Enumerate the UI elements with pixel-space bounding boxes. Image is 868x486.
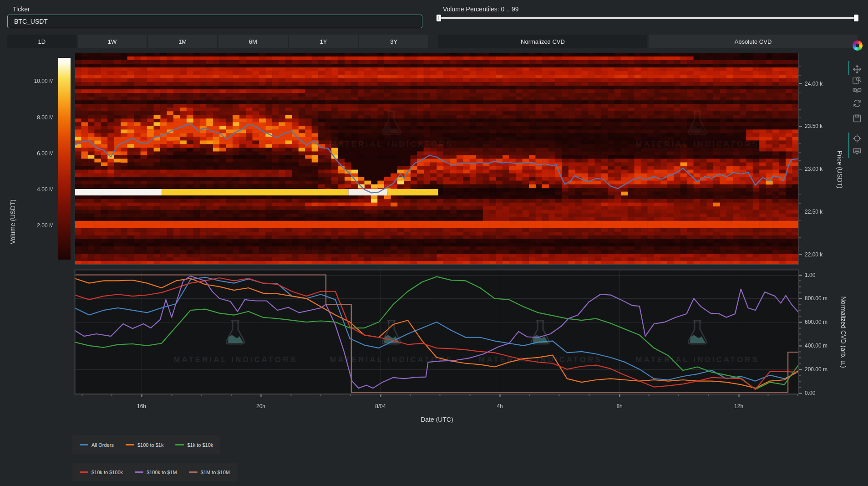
pan-icon[interactable]	[852, 64, 862, 74]
cvd-tick-label: 800.00 m	[805, 295, 841, 302]
modebar-accent-bar-top	[848, 61, 849, 75]
volume-percentile-slider-handle-min[interactable]	[437, 15, 441, 21]
cvd-axis-title: Normalized CVD (arb. u.)	[840, 296, 847, 368]
volume-percentiles-label: Volume Percentiles: 0 .. 99	[443, 5, 519, 13]
legend-item--10k-to-100k[interactable]: $10k to $100k	[80, 470, 123, 475]
legend-item--100-to-1k[interactable]: $100 to $1k	[126, 442, 164, 448]
legend-swatch	[189, 471, 198, 473]
timeframe-button-1m[interactable]: 1M	[148, 35, 217, 48]
date-tick-label: 16h	[123, 403, 160, 410]
legend-swatch	[135, 471, 143, 473]
legend-row-2: $10k to $100k$100k to $1M$1M to $10M	[72, 463, 237, 481]
ticker-input[interactable]	[7, 15, 422, 28]
firecharts-app: Ticker 1D1W1M6M1Y3Y Volume Percentiles: …	[0, 0, 868, 486]
legend-label: $1M to $10M	[201, 470, 230, 475]
date-tick-label: 4h	[482, 403, 518, 410]
zoom-in-out-icon[interactable]	[852, 86, 862, 96]
timeframe-button-3y[interactable]: 3Y	[359, 35, 428, 48]
cvd-tab-row: Normalized CVDAbsolute CVD	[438, 35, 858, 48]
volume-percentile-slider-track[interactable]	[438, 17, 858, 19]
date-tick-label: 8h	[601, 403, 638, 410]
legend-row-1: All Orders$100 to $1k$1k to $10k	[72, 435, 220, 454]
timeframe-button-1w[interactable]: 1W	[78, 35, 147, 48]
legend-item-all-orders[interactable]: All Orders	[80, 442, 114, 448]
volume-tick-label: 8.00 M	[17, 114, 54, 121]
ticker-label: Ticker	[13, 5, 30, 13]
date-tick-label: 12h	[721, 403, 757, 410]
volume-percentile-slider-handle-max[interactable]	[854, 15, 858, 21]
volume-tick-label: 6.00 M	[17, 150, 54, 157]
price-axis-title: Price (USDT)	[836, 150, 843, 188]
volume-tick-label: 4.00 M	[17, 186, 54, 193]
legend-item--1k-to-10k[interactable]: $1k to $10k	[175, 442, 213, 448]
autoscale-icon[interactable]	[852, 98, 862, 108]
tab-absolute-cvd[interactable]: Absolute CVD	[649, 35, 858, 48]
legend-swatch	[80, 471, 88, 473]
cvd-tick-label: 200.00 m	[805, 366, 841, 373]
price-tick-label: 23.50 k	[805, 123, 837, 130]
legend-label: All Orders	[91, 442, 114, 448]
price-tick-label: 24.00 k	[805, 80, 837, 87]
legend-item--1m-to-10m[interactable]: $1M to $10M	[189, 470, 230, 475]
volume-tick-label: 2.00 M	[17, 222, 54, 229]
price-tick-label: 22.00 k	[805, 251, 837, 258]
legend-item--100k-to-1m[interactable]: $100k to $1M	[135, 470, 177, 475]
box-zoom-icon[interactable]	[852, 75, 862, 85]
timeframe-button-1y[interactable]: 1Y	[289, 35, 358, 48]
date-tick-label: 8/04	[362, 403, 399, 410]
timeframe-button-6m[interactable]: 6M	[218, 35, 288, 48]
volume-axis-title: Volume (USDT)	[9, 200, 16, 244]
legend-label: $10k to $100k	[91, 470, 123, 475]
price-tick-label: 22.50 k	[805, 208, 837, 215]
plotly-logo-icon[interactable]	[853, 41, 863, 51]
cvd-tick-label: 1.00	[805, 271, 841, 279]
modebar-accent-bar-bottom	[848, 133, 849, 158]
hover-tooltip-icon[interactable]	[852, 146, 862, 156]
volume-colorbar	[58, 58, 71, 260]
price-tick-label: 23.00 k	[805, 165, 837, 173]
save-icon[interactable]	[852, 113, 862, 123]
timeframe-button-row: 1D1W1M6M1Y3Y	[7, 35, 428, 48]
legend-label: $1k to $10k	[187, 442, 213, 448]
legend-swatch	[126, 444, 134, 445]
legend-swatch	[80, 444, 88, 445]
chart-canvas[interactable]	[0, 0, 868, 486]
date-axis-title: Date (UTC)	[421, 416, 453, 423]
cvd-tick-label: 600.00 m	[805, 318, 841, 326]
legend-label: $100 to $1k	[137, 442, 164, 448]
legend-swatch	[175, 444, 184, 445]
cvd-tick-label: 400.00 m	[805, 342, 841, 349]
spikelines-icon[interactable]	[852, 133, 862, 143]
timeframe-button-1d[interactable]: 1D	[7, 35, 76, 48]
date-tick-label: 20h	[243, 403, 279, 410]
legend-label: $100k to $1M	[147, 470, 177, 475]
cvd-tick-label: 0.00	[805, 389, 841, 397]
volume-tick-label: 10.00 M	[17, 77, 54, 85]
tab-normalized-cvd[interactable]: Normalized CVD	[438, 35, 647, 48]
